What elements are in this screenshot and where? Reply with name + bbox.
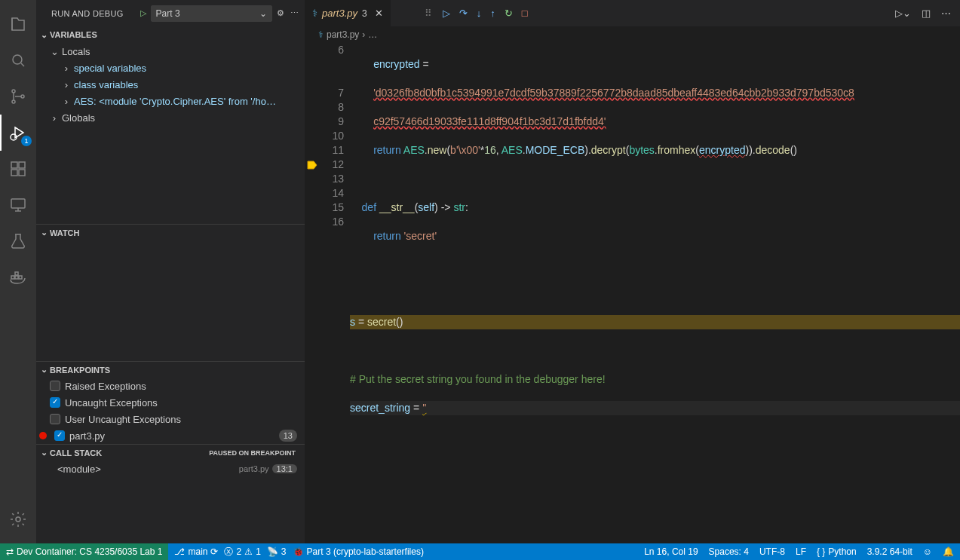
extensions-icon[interactable]: [0, 151, 36, 187]
branch-icon: ⎇: [174, 546, 185, 557]
radio-icon: 📡: [267, 546, 278, 557]
remote-indicator[interactable]: ⇄Dev Container: CS 4235/6035 Lab 1: [0, 543, 168, 560]
svg-rect-12: [19, 276, 22, 279]
debug-sidebar: RUN AND DEBUG ▷ Part 3⌄ ⚙ ⋯ ⌄VARIABLES ⌄…: [36, 0, 305, 543]
gear-icon[interactable]: ⚙: [277, 8, 284, 18]
error-icon: ⓧ: [224, 546, 233, 558]
svg-point-1: [12, 90, 15, 93]
callstack-label: CALL STACK: [50, 448, 102, 457]
restart-icon[interactable]: ↻: [505, 8, 513, 19]
status-bar: ⇄Dev Container: CS 4235/6035 Lab 1 ⎇main…: [0, 543, 960, 560]
debug-icon: 🐞: [293, 546, 304, 557]
variables-item[interactable]: ›class variables: [36, 76, 305, 93]
breakpoint-count-badge: 13: [279, 430, 297, 442]
python-interpreter[interactable]: 3.9.2 64-bit: [867, 546, 912, 557]
breakpoint-row[interactable]: User Uncaught Exceptions: [36, 411, 305, 427]
variables-label: VARIABLES: [50, 30, 97, 39]
breakpoint-file-row[interactable]: part3.py13: [36, 427, 305, 444]
start-debug-icon[interactable]: ▷: [140, 8, 146, 18]
svg-rect-13: [15, 272, 18, 275]
explorer-icon[interactable]: [0, 6, 36, 42]
breadcrumb[interactable]: ⚕ part3.py › …: [305, 26, 960, 43]
svg-point-2: [12, 100, 15, 103]
step-out-icon[interactable]: ↑: [490, 8, 495, 19]
more-actions-icon[interactable]: ⋯: [941, 8, 951, 19]
remote-icon: ⇄: [6, 546, 14, 557]
svg-rect-9: [11, 199, 25, 208]
tab-bar: ⚕ part3.py 3 ✕ ⠿ ▷ ↷ ↓ ↑ ↻ □ ▷⌄ ◫ ⋯: [305, 0, 960, 26]
drag-handle-icon[interactable]: ⠿: [425, 8, 432, 19]
search-icon[interactable]: [0, 42, 36, 78]
variables-locals[interactable]: ⌄Locals: [36, 43, 305, 60]
svg-point-0: [13, 55, 22, 64]
sidebar-header: RUN AND DEBUG ▷ Part 3⌄ ⚙ ⋯: [36, 0, 305, 26]
step-over-icon[interactable]: ↷: [459, 8, 468, 19]
settings-gear-icon[interactable]: [0, 501, 36, 537]
callstack-frame[interactable]: <module>part3.py13:1: [36, 461, 305, 477]
indentation[interactable]: Spaces: 4: [709, 546, 749, 557]
checkbox[interactable]: [50, 381, 60, 391]
cursor-position[interactable]: Ln 16, Col 19: [644, 546, 698, 557]
watch-label: WATCH: [50, 228, 80, 237]
checkbox[interactable]: [50, 397, 60, 408]
stop-icon[interactable]: □: [522, 8, 528, 19]
notifications-icon[interactable]: 🔔: [943, 546, 954, 557]
more-icon[interactable]: ⋯: [290, 8, 299, 18]
python-file-icon: ⚕: [312, 8, 317, 19]
run-debug-icon[interactable]: 1: [0, 115, 36, 151]
svg-point-3: [21, 95, 24, 98]
variables-globals[interactable]: ›Globals: [36, 109, 305, 126]
checkbox[interactable]: [54, 430, 65, 441]
feedback-icon[interactable]: ☺: [923, 546, 932, 557]
testing-icon[interactable]: [0, 223, 36, 259]
remote-explorer-icon[interactable]: [0, 187, 36, 223]
breakpoint-row[interactable]: Uncaught Exceptions: [36, 394, 305, 411]
code-editor[interactable]: 6 7 8 9 10 11 12 13 14 15 16 encrypted =…: [305, 43, 960, 543]
breakpoint-row[interactable]: Raised Exceptions: [36, 378, 305, 394]
problems-indicator[interactable]: ⓧ2⚠1: [224, 546, 260, 558]
breakpoint-dot-icon: [39, 432, 47, 439]
variables-section-header[interactable]: ⌄VARIABLES: [36, 26, 305, 43]
activity-bar: 1: [0, 0, 36, 543]
split-editor-icon[interactable]: ◫: [922, 8, 931, 19]
svg-point-14: [16, 517, 20, 522]
svg-rect-11: [15, 276, 18, 279]
editor-tab[interactable]: ⚕ part3.py 3 ✕: [305, 0, 391, 26]
docker-icon[interactable]: [0, 259, 36, 295]
source-control-icon[interactable]: [0, 78, 36, 115]
encoding[interactable]: UTF-8: [759, 546, 785, 557]
eol[interactable]: LF: [796, 546, 806, 557]
watch-section-header[interactable]: ⌄WATCH: [36, 224, 305, 240]
watch-body: [36, 240, 305, 361]
current-frame-glyph: [305, 158, 320, 172]
close-tab-icon[interactable]: ✕: [375, 8, 383, 19]
variables-item[interactable]: ›special variables: [36, 60, 305, 76]
debug-status[interactable]: 🐞Part 3 (crypto-lab-starterfiles): [293, 546, 424, 557]
sync-icon[interactable]: ⟳: [210, 546, 218, 557]
callstack-section-header[interactable]: ⌄CALL STACKPaused on breakpoint: [36, 444, 305, 461]
debug-config-dropdown[interactable]: Part 3⌄: [151, 5, 272, 22]
paused-label: Paused on breakpoint: [209, 449, 296, 457]
continue-icon[interactable]: ▷: [443, 8, 450, 19]
ports-indicator[interactable]: 📡3: [267, 546, 287, 557]
language-mode[interactable]: { }Python: [817, 546, 857, 557]
run-icon[interactable]: ▷⌄: [895, 8, 911, 19]
variables-item[interactable]: ›AES: <module 'Crypto.Cipher.AES' from '…: [36, 93, 305, 109]
checkbox[interactable]: [50, 414, 60, 424]
tab-filename: part3.py: [322, 8, 357, 19]
svg-rect-10: [11, 276, 14, 279]
debug-toolbar: ⠿ ▷ ↷ ↓ ↑ ↻ □: [425, 0, 528, 26]
git-branch[interactable]: ⎇main⟳: [174, 546, 218, 557]
warning-icon: ⚠: [244, 546, 253, 557]
debug-config-label: Part 3: [156, 8, 180, 19]
svg-rect-7: [11, 170, 17, 176]
editor-area: ⚕ part3.py 3 ✕ ⠿ ▷ ↷ ↓ ↑ ↻ □ ▷⌄ ◫ ⋯ ⚕: [305, 0, 960, 543]
breakpoints-section-header[interactable]: ⌄BREAKPOINTS: [36, 361, 305, 378]
svg-rect-6: [19, 162, 25, 168]
step-into-icon[interactable]: ↓: [477, 8, 482, 19]
sidebar-title: RUN AND DEBUG: [51, 9, 124, 18]
line-numbers: 6 7 8 9 10 11 12 13 14 15 16: [320, 43, 350, 543]
debug-badge: 1: [21, 136, 32, 146]
tab-problem-count: 3: [362, 8, 367, 19]
python-file-icon: ⚕: [318, 29, 324, 40]
